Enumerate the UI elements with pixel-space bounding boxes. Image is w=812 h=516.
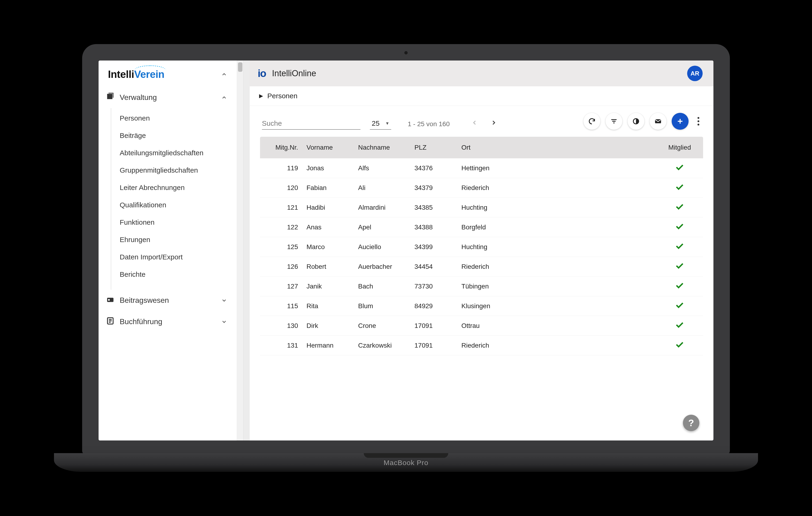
brand-part2: Verein	[134, 68, 164, 80]
check-icon	[675, 224, 684, 231]
table-cell: Anas	[302, 217, 354, 237]
table-row[interactable]: 125MarcoAuciello34399Huchting	[260, 237, 703, 257]
table-cell: Apel	[354, 217, 410, 237]
mail-button[interactable]	[649, 113, 667, 130]
filter-button[interactable]	[606, 113, 622, 130]
sidebar-item-ehrungen[interactable]: Ehrungen	[111, 231, 237, 248]
table-cell: 131	[260, 336, 302, 355]
sidebar-item-funktionen[interactable]: Funktionen	[111, 214, 237, 231]
member-cell	[656, 296, 703, 316]
table-cell: 34399	[410, 237, 457, 257]
sidebar-item-berichte[interactable]: Berichte	[111, 266, 237, 283]
prev-page-button[interactable]	[468, 117, 481, 129]
laptop-frame: IntelliVerein Verwaltung	[82, 44, 730, 472]
sidebar-item-leiter-abrechnungen[interactable]: Leiter Abrechnungen	[111, 179, 237, 196]
table-cell: Hermann	[302, 336, 354, 355]
table-cell: Alfs	[354, 158, 410, 178]
table-row[interactable]: 120FabianAli34379Riederich	[260, 178, 703, 198]
avatar[interactable]: AR	[687, 66, 703, 81]
page-size-select[interactable]: 25 ▼	[370, 119, 391, 130]
sidebar-item-daten-import-export[interactable]: Daten Import/Export	[111, 248, 237, 266]
svg-point-16	[697, 124, 699, 125]
table-cell: Blum	[354, 296, 410, 316]
table-row[interactable]: 115RitaBlum84929Klusingen	[260, 296, 703, 316]
table-cell: 34388	[410, 217, 457, 237]
refresh-icon	[588, 117, 596, 125]
search-input[interactable]	[262, 119, 360, 127]
sidebar-item-gruppenmitgliedschaften[interactable]: Gruppenmitgliedschaften	[111, 161, 237, 179]
svg-point-15	[697, 120, 699, 122]
contrast-button[interactable]	[628, 113, 644, 130]
add-button[interactable]	[672, 113, 689, 130]
screen: IntelliVerein Verwaltung	[98, 61, 714, 441]
svg-rect-0	[108, 94, 112, 99]
check-icon	[675, 184, 684, 192]
mail-icon	[654, 117, 662, 125]
filter-icon	[610, 117, 618, 125]
nav-section-beitragswesen[interactable]: Beitragswesen	[98, 290, 237, 311]
table-cell: 34385	[410, 198, 457, 217]
table-row[interactable]: 122AnasApel34388Borgfeld	[260, 217, 703, 237]
sidebar-item-abteilungsmitgliedschaften[interactable]: Abteilungsmitgliedschaften	[111, 144, 237, 161]
persons-table: Mitg.Nr.VornameNachnamePLZOrtMitglied 11…	[260, 137, 703, 355]
table-row[interactable]: 131HermannCzarkowski17091Riederich	[260, 336, 703, 355]
chevron-down-icon	[221, 318, 227, 325]
breadcrumb[interactable]: ▶ Personen	[250, 86, 714, 106]
table-cell: Huchting	[457, 237, 656, 257]
nav-subitems: PersonenBeiträgeAbteilungsmitgliedschaft…	[111, 108, 237, 290]
table-cell: Rita	[302, 296, 354, 316]
column-header[interactable]: Mitg.Nr.	[260, 137, 302, 158]
sidebar: IntelliVerein Verwaltung	[98, 61, 237, 441]
table-row[interactable]: 119JonasAlfs34376Hettingen	[260, 158, 703, 178]
sidebar-gutter	[237, 61, 243, 441]
table-cell: Auerbacher	[354, 257, 410, 276]
collapse-sidebar-button[interactable]	[221, 71, 227, 78]
member-cell	[656, 198, 703, 217]
help-button[interactable]: ?	[683, 415, 699, 431]
column-header[interactable]: PLZ	[410, 137, 457, 158]
column-header[interactable]: Mitglied	[656, 137, 703, 158]
more-button[interactable]	[694, 113, 703, 130]
member-cell	[656, 237, 703, 257]
nav-section-buchfuehrung[interactable]: Buchführung	[98, 311, 237, 332]
table-cell: 84929	[410, 296, 457, 316]
nav-section-verwaltung[interactable]: Verwaltung	[98, 87, 237, 108]
chevron-up-icon	[221, 94, 227, 101]
table-cell: Riederich	[457, 336, 656, 355]
refresh-button[interactable]	[583, 113, 600, 130]
topbar: io IntelliOnline AR	[250, 61, 714, 86]
check-icon	[675, 303, 684, 310]
table-cell: 127	[260, 276, 302, 296]
sidebar-item-personen[interactable]: Personen	[111, 110, 237, 127]
brand-logo[interactable]: IntelliVerein	[108, 68, 165, 80]
main-panel: io IntelliOnline AR ▶ Personen	[250, 61, 714, 441]
sidebar-item-qualifikationen[interactable]: Qualifikationen	[111, 196, 237, 214]
column-header[interactable]: Vorname	[302, 137, 354, 158]
table-cell: Borgfeld	[457, 217, 656, 237]
app-root: IntelliVerein Verwaltung	[98, 61, 714, 441]
table-row[interactable]: 130DirkCrone17091Ottrau	[260, 316, 703, 336]
action-buttons	[583, 113, 703, 130]
column-header[interactable]: Nachname	[354, 137, 410, 158]
triangle-right-icon: ▶	[259, 93, 263, 99]
table-cell: 122	[260, 217, 302, 237]
column-header[interactable]: Ort	[457, 137, 656, 158]
member-cell	[656, 316, 703, 336]
breadcrumb-label: Personen	[267, 92, 297, 100]
sidebar-item-beitr-ge[interactable]: Beiträge	[111, 127, 237, 144]
table-cell: Czarkowski	[354, 336, 410, 355]
gutter-scroll-thumb[interactable]	[238, 62, 242, 72]
table-cell: 121	[260, 198, 302, 217]
table-row[interactable]: 127JanikBach73730Tübingen	[260, 276, 703, 296]
table-row[interactable]: 121HadibiAlmardini34385Huchting	[260, 198, 703, 217]
page-size-value: 25	[372, 119, 379, 127]
table-cell: 34454	[410, 257, 457, 276]
chevron-left-icon	[471, 119, 478, 126]
table-row[interactable]: 126RobertAuerbacher34454Riederich	[260, 257, 703, 276]
table-cell: Tübingen	[457, 276, 656, 296]
check-icon	[675, 243, 684, 251]
table-cell: 17091	[410, 336, 457, 355]
table-cell: Janik	[302, 276, 354, 296]
next-page-button[interactable]	[488, 117, 500, 129]
laptop-base: MacBook Pro	[54, 453, 758, 472]
